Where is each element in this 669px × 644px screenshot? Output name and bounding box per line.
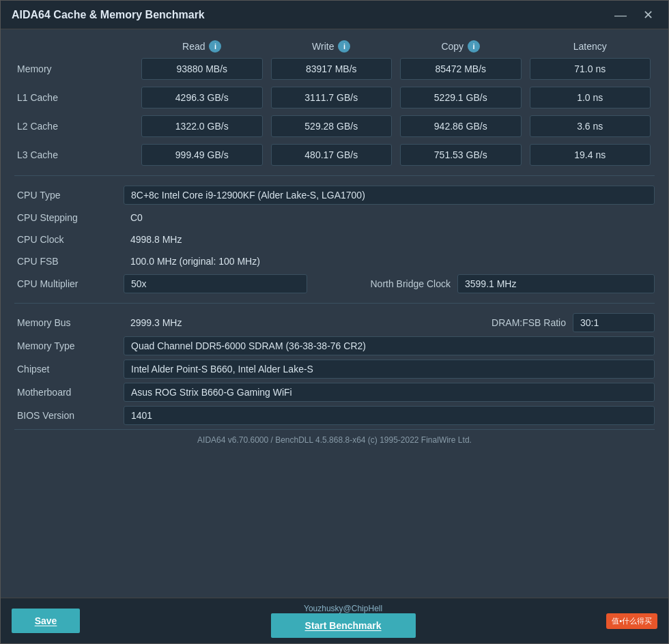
multiplier-row: CPU Multiplier 50x North Bridge Clock 35… <box>14 274 655 293</box>
l3-cache-row: L3 Cache 999.49 GB/s 480.17 GB/s 751.53 … <box>14 144 655 166</box>
chipset-value: Intel Alder Point-S B660, Intel Alder La… <box>124 360 655 379</box>
bios-label: BIOS Version <box>14 410 124 421</box>
copy-column-header: Copy i <box>396 40 526 53</box>
l3-write-value: 480.17 GB/s <box>271 144 393 166</box>
memory-write-value: 83917 MB/s <box>271 58 393 80</box>
memory-info-section: Memory Type Quad Channel DDR5-6000 SDRAM… <box>14 336 655 425</box>
write-column-header: Write i <box>267 40 397 53</box>
l1-latency-value: 1.0 ns <box>530 87 651 108</box>
start-benchmark-button[interactable]: Start Benchmark <box>271 613 416 638</box>
motherboard-value: Asus ROG Strix B660-G Gaming WiFi <box>124 383 655 402</box>
l1-write-value: 3111.7 GB/s <box>271 87 393 108</box>
l2-write-value: 529.28 GB/s <box>271 115 393 137</box>
memory-bus-value: 2999.3 MHz <box>124 314 436 332</box>
l2-cache-label: L2 Cache <box>14 121 137 132</box>
main-content: Read i Write i Copy i Latency Memory 938… <box>1 29 668 598</box>
read-info-icon[interactable]: i <box>209 40 221 53</box>
l2-copy-value: 942.86 GB/s <box>400 115 522 137</box>
cpu-fsb-label: CPU FSB <box>14 256 124 267</box>
column-headers: Read i Write i Copy i Latency <box>14 40 655 53</box>
memory-row: Memory 93880 MB/s 83917 MB/s 85472 MB/s … <box>14 58 655 80</box>
l2-latency-value: 3.6 ns <box>530 115 651 137</box>
title-bar: AIDA64 Cache & Memory Benchmark — ✕ <box>1 1 668 29</box>
l3-cache-label: L3 Cache <box>14 149 137 160</box>
cpu-fsb-value: 100.0 MHz (original: 100 MHz) <box>124 252 655 270</box>
cpu-multiplier-label: CPU Multiplier <box>14 278 124 289</box>
memory-type-value: Quad Channel DDR5-6000 SDRAM (36-38-38-7… <box>124 336 655 355</box>
memory-bus-row: Memory Bus 2999.3 MHz DRAM:FSB Ratio 30:… <box>14 313 655 332</box>
l3-read-value: 999.49 GB/s <box>141 144 263 166</box>
l2-cache-row: L2 Cache 1322.0 GB/s 529.28 GB/s 942.86 … <box>14 115 655 137</box>
close-button[interactable]: ✕ <box>639 9 657 21</box>
l1-copy-value: 5229.1 GB/s <box>400 87 522 108</box>
l2-read-value: 1322.0 GB/s <box>141 115 263 137</box>
save-button[interactable]: Save <box>12 609 80 633</box>
l1-cache-row: L1 Cache 4296.3 GB/s 3111.7 GB/s 5229.1 … <box>14 87 655 108</box>
memory-latency-value: 71.0 ns <box>530 58 651 80</box>
motherboard-label: Motherboard <box>14 387 124 398</box>
latency-column-header: Latency <box>526 41 655 52</box>
cpu-stepping-value: C0 <box>124 209 655 226</box>
window-controls: — ✕ <box>610 9 657 21</box>
l1-read-value: 4296.3 GB/s <box>141 87 263 108</box>
cpu-clock-label: CPU Clock <box>14 234 124 245</box>
main-window: AIDA64 Cache & Memory Benchmark — ✕ Read… <box>0 0 669 644</box>
copy-info-icon[interactable]: i <box>468 40 480 53</box>
l3-latency-value: 19.4 ns <box>530 144 651 166</box>
cpu-clock-value: 4998.8 MHz <box>124 231 655 248</box>
bottom-bar: Save Youzhusky@ChipHell Start Benchmark … <box>1 598 668 643</box>
cpu-info-section: CPU Type 8C+8c Intel Core i9-12900KF (Al… <box>14 186 655 270</box>
minimize-button[interactable]: — <box>610 9 631 21</box>
read-column-header: Read i <box>137 40 267 53</box>
cpu-type-label: CPU Type <box>14 190 124 201</box>
north-bridge-value: 3599.1 MHz <box>457 274 655 293</box>
cpu-type-value: 8C+8c Intel Core i9-12900KF (Alder Lake-… <box>124 186 655 205</box>
footer-version: AIDA64 v6.70.6000 / BenchDLL 4.5.868.8-x… <box>14 429 655 448</box>
memory-read-value: 93880 MB/s <box>141 58 263 80</box>
watermark-label: Youzhusky@ChipHell <box>304 604 382 613</box>
memory-type-label: Memory Type <box>14 340 124 351</box>
dram-fsb-label: DRAM:FSB Ratio <box>436 317 573 328</box>
write-info-icon[interactable]: i <box>338 40 350 53</box>
dram-fsb-value: 30:1 <box>573 313 655 332</box>
memory-bus-label: Memory Bus <box>14 317 124 328</box>
window-title: AIDA64 Cache & Memory Benchmark <box>12 9 205 21</box>
north-bridge-label: North Bridge Clock <box>321 278 457 289</box>
l1-cache-label: L1 Cache <box>14 92 137 103</box>
chipset-label: Chipset <box>14 364 124 375</box>
bios-value: 1401 <box>124 406 655 425</box>
l3-copy-value: 751.53 GB/s <box>400 144 522 166</box>
memory-copy-value: 85472 MB/s <box>400 58 522 80</box>
cpu-stepping-label: CPU Stepping <box>14 212 124 223</box>
watermark-badge: 值•什么得买 <box>606 613 657 629</box>
memory-label: Memory <box>14 63 137 74</box>
cpu-multiplier-value: 50x <box>124 274 307 293</box>
